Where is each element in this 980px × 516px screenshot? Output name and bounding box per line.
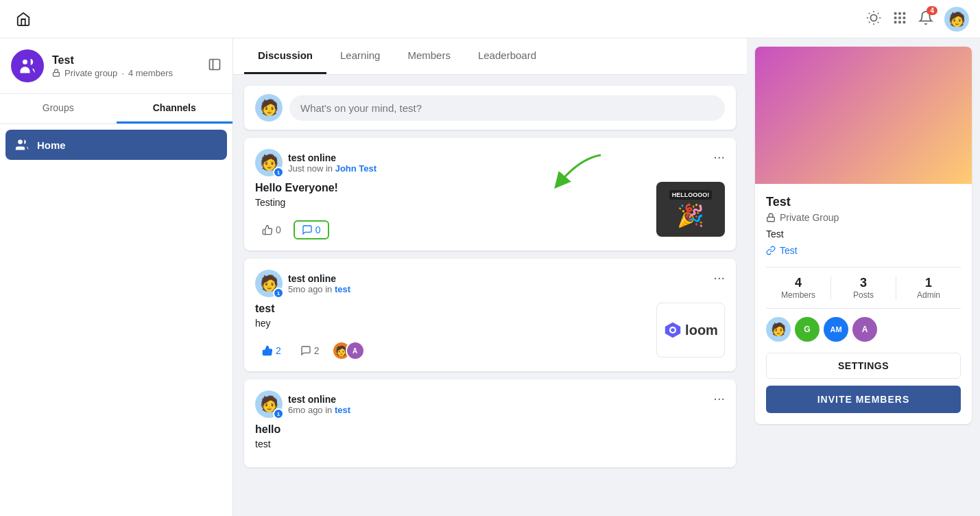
post-meta: 6mo ago in test (288, 405, 350, 415)
svg-rect-10 (898, 12, 901, 14)
admin-label: Admin (896, 290, 961, 300)
post-content: Hello Everyone! Testing 0 0 (255, 182, 725, 239)
post-meta: Just now in John Test (288, 163, 377, 174)
more-options-button[interactable]: ··· (713, 390, 725, 406)
like-count: 0 (276, 224, 281, 235)
member-avatar: AM (824, 317, 848, 342)
like-button[interactable]: 2 (255, 341, 288, 360)
svg-rect-14 (903, 16, 906, 19)
members-count: 4 (766, 276, 830, 290)
admin-count: 1 (896, 276, 961, 290)
main-tabs: Discussion Learning Members Leaderboard (233, 38, 747, 75)
svg-rect-13 (898, 16, 901, 19)
author-info: test online 5mo ago in test (288, 273, 350, 294)
post-meta: 5mo ago in test (288, 284, 350, 294)
post-text: test hey 2 2 🧑 (255, 303, 648, 360)
group-card-desc: Test (766, 228, 961, 239)
post-text: Hello Everyone! Testing 0 0 (255, 182, 648, 239)
group-info: Test Private group · 4 members (52, 54, 200, 78)
tab-leaderboard[interactable]: Leaderboard (464, 38, 550, 74)
topnav-right: 4 🧑 (866, 7, 969, 32)
post-title: hello (255, 423, 725, 436)
post-card: 🧑 1 test online 6mo ago in test ··· hell… (244, 379, 736, 467)
grid-icon[interactable] (892, 10, 907, 28)
profile-avatar[interactable]: 🧑 (944, 7, 969, 32)
sidebar-item-home[interactable]: Home (5, 130, 227, 160)
svg-line-8 (878, 12, 879, 13)
reaction-avatars: 🧑 A (332, 341, 365, 360)
member-avatar: G (795, 317, 820, 342)
composer-input[interactable] (289, 95, 725, 121)
svg-line-7 (869, 21, 870, 22)
post-content: test hey 2 2 🧑 (255, 303, 725, 360)
post-header: 🧑 1 test online Just now in John Test ··… (255, 149, 725, 176)
author-name: test online (288, 273, 350, 284)
member-avatar: 🧑 (766, 317, 791, 342)
sidebar: Test Private group · 4 members (0, 38, 233, 516)
comment-count: 2 (314, 345, 320, 356)
svg-rect-11 (903, 12, 906, 14)
group-link-text[interactable]: Test (780, 245, 798, 256)
topnav-left (11, 7, 36, 32)
svg-rect-19 (53, 73, 60, 77)
stat-admin: 1 Admin (896, 276, 961, 300)
tab-discussion[interactable]: Discussion (244, 38, 326, 74)
author-badge: 1 (273, 167, 284, 178)
more-options-button[interactable]: ··· (713, 270, 725, 285)
post-actions: 0 0 (255, 215, 648, 239)
post-author: 🧑 1 test online 6mo ago in test (255, 390, 350, 418)
svg-point-25 (671, 328, 675, 332)
settings-button[interactable]: SETTINGS (766, 353, 961, 379)
brightness-icon[interactable] (866, 10, 881, 28)
like-button[interactable]: 0 (255, 220, 288, 239)
post-card: 🧑 1 test online Just now in John Test ··… (244, 138, 736, 250)
post-location-link[interactable]: test (335, 284, 350, 294)
main-content: Discussion Learning Members Leaderboard … (233, 38, 747, 516)
post-composer: 🧑 (244, 86, 736, 130)
group-card-link: Test (766, 245, 961, 256)
sidebar-toggle-icon[interactable] (208, 58, 222, 74)
notification-icon[interactable]: 4 (918, 10, 933, 28)
author-avatar: 🧑 1 (255, 149, 283, 176)
svg-rect-17 (903, 21, 906, 23)
group-card-body: Test Private Group Test Test (755, 184, 972, 424)
svg-rect-20 (210, 60, 220, 70)
post-location-link[interactable]: John Test (335, 163, 377, 174)
post-header: 🧑 1 test online 6mo ago in test ··· (255, 390, 725, 418)
home-icon[interactable] (11, 7, 36, 32)
comment-button-highlighted[interactable]: 0 (294, 220, 329, 239)
post-header: 🧑 1 test online 5mo ago in test ··· (255, 270, 725, 297)
group-stats: 4 Members 3 Posts 1 Admin (766, 267, 961, 309)
sidebar-tab-groups[interactable]: Groups (0, 94, 117, 124)
post-loom-image: loom (656, 303, 725, 357)
sidebar-tab-channels[interactable]: Channels (117, 94, 233, 124)
app-body: Test Private group · 4 members (0, 38, 980, 516)
author-avatar: 🧑 1 (255, 390, 283, 418)
post-body: test (255, 438, 725, 449)
post-title: test (255, 303, 648, 315)
comment-count: 0 (315, 224, 321, 235)
svg-rect-15 (894, 21, 897, 23)
author-info: test online 6mo ago in test (288, 394, 350, 415)
svg-point-18 (23, 60, 27, 64)
post-title: Hello Everyone! (255, 182, 648, 194)
sidebar-item-home-label: Home (37, 139, 66, 151)
svg-rect-26 (767, 217, 775, 221)
tab-members[interactable]: Members (394, 38, 464, 74)
sidebar-tabs: Groups Channels (0, 94, 232, 124)
tab-learning[interactable]: Learning (326, 38, 394, 74)
post-location-link[interactable]: test (335, 405, 350, 415)
post-body: hey (255, 318, 648, 329)
loom-logo: loom (663, 320, 718, 340)
post-author: 🧑 1 test online 5mo ago in test (255, 270, 350, 297)
invite-members-button[interactable]: INVITE MEMBERS (766, 386, 961, 413)
group-meta: Private group · 4 members (52, 68, 200, 78)
feed: 🧑 🧑 1 test online Just now (233, 75, 747, 516)
group-avatar (11, 49, 44, 82)
more-options-button[interactable]: ··· (713, 149, 725, 165)
stat-posts: 3 Posts (831, 276, 896, 300)
posts-count: 3 (831, 276, 896, 290)
svg-line-4 (878, 21, 879, 22)
sidebar-nav: Home (0, 124, 232, 165)
comment-button[interactable]: 2 (294, 341, 326, 360)
